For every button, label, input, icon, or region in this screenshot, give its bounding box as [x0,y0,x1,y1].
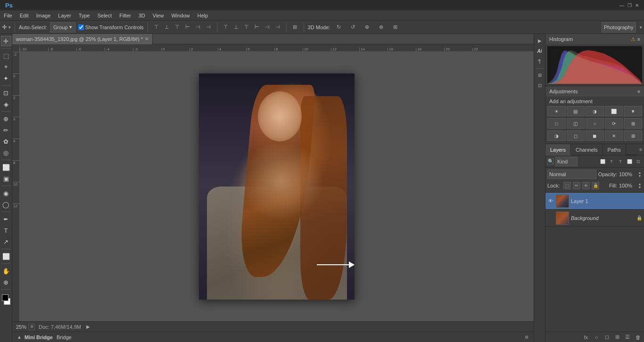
strip-grid2-icon[interactable]: ⊡ [535,81,545,90]
align-hcenter-icon[interactable]: ⊣ [193,23,203,32]
3d-slide-icon[interactable]: ⊗ [375,23,387,32]
adjustments-menu-icon[interactable]: ≡ [637,89,640,94]
align-top-icon[interactable]: ⊤ [152,23,161,32]
3d-roll-icon[interactable]: ↺ [347,23,358,32]
adj-curves-btn[interactable]: ◑ [586,106,604,116]
align-bottom-icon[interactable]: ⊤ [173,23,182,32]
text-tool[interactable]: T [1,225,11,236]
menu-type[interactable]: Type [75,10,94,21]
canvas-scroll-area[interactable]: -10 -8 -6 -4 -2 0 2 4 6 8 10 12 14 16 [12,44,534,321]
rect-select-tool[interactable]: ⬚ [1,50,11,61]
adj-hsl-btn[interactable]: □ [547,118,566,129]
hand-tool[interactable]: ✋ [1,266,11,276]
filter-type-icon[interactable]: T [617,158,624,165]
minimize-button[interactable]: — [619,2,625,8]
clone-tool[interactable]: ✿ [1,136,11,147]
adj-invert-btn[interactable]: ◻ [567,130,585,141]
foreground-color[interactable] [2,294,8,301]
strip-ai-btn[interactable]: Ai [535,46,545,56]
menu-select[interactable]: Select [94,10,116,21]
blend-mode-select[interactable]: Normal [547,170,596,179]
gradient-tool[interactable]: ▣ [1,173,11,184]
history-brush-tool[interactable]: ◎ [1,147,11,158]
eyedropper-tool[interactable]: ◈ [1,99,11,109]
brush-tool[interactable]: ✏ [1,125,11,135]
3d-rotate-icon[interactable]: ↻ [333,23,344,32]
dist-bottom-icon[interactable]: ⊤ [242,23,251,32]
filter-shape-icon[interactable]: ⬜ [626,158,633,165]
canvas-content[interactable] [20,52,534,321]
path-select-tool[interactable]: ↗ [1,236,11,247]
menu-help[interactable]: Help [194,10,212,21]
layer-item-background[interactable]: 👁 Background 🔒 [545,210,644,227]
adj-bw-btn[interactable]: ○ [586,118,604,129]
lasso-tool[interactable]: ⌖ [1,62,11,72]
menu-layer[interactable]: Layer [54,10,75,21]
magic-wand-tool[interactable]: ✦ [1,73,11,83]
align-vcenter-icon[interactable]: ⊥ [162,23,172,32]
dist-right-icon[interactable]: ⊣ [273,23,282,32]
adj-brightness-btn[interactable]: ☀ [547,106,566,116]
3d-scale-icon[interactable]: ⊞ [389,23,401,32]
adj-posterize-btn[interactable]: ◼ [586,130,604,141]
align-right-icon[interactable]: ⊣ [204,23,213,32]
zoom-adjust-btn[interactable]: ⚙ [28,324,35,330]
layers-kind-select[interactable]: Kind [555,157,578,166]
menu-file[interactable]: File [0,10,16,21]
menu-image[interactable]: Image [33,10,55,21]
align-left-icon[interactable]: ⊢ [183,23,192,32]
move-tool[interactable]: ✛ [1,36,11,46]
group-select-btn[interactable]: Group ▾ [50,22,75,33]
workspace-select[interactable]: Photography [602,22,636,33]
tab-paths[interactable]: Paths [603,144,626,155]
new-group-btn[interactable]: ⊞ [613,333,621,342]
3d-pan-icon[interactable]: ⊕ [361,23,372,32]
restore-button[interactable]: ❐ [626,2,633,8]
layer-eye-background[interactable]: 👁 [547,215,554,221]
layers-search-icon[interactable]: 🔍 [547,158,554,165]
new-fill-btn[interactable]: ◻ [603,333,611,342]
adj-exposure-btn[interactable]: ⬜ [605,106,623,116]
dist-vcenter-icon[interactable]: ⊥ [231,23,241,32]
strip-grid-icon[interactable]: ⊞ [535,70,545,80]
fill-arrows[interactable]: ▲ ▼ [637,182,642,189]
adj-colorbal-btn[interactable]: ◫ [567,118,585,129]
add-fx-btn[interactable]: fx [582,333,590,342]
document-tab[interactable]: woman-3584435_1920.jpg @ 25% (Layer 1, R… [12,34,153,44]
zoom-tool[interactable]: ⊕ [1,277,11,287]
histogram-panel-header[interactable]: Histogram ⚠ ≡ [545,34,644,44]
close-button[interactable]: ✕ [634,2,640,8]
menu-filter[interactable]: Filter [116,10,134,21]
dist-top-icon[interactable]: ⊤ [221,23,231,32]
mini-bridge-settings-icon[interactable]: ⚙ [523,334,530,341]
blur-tool[interactable]: ◉ [1,188,11,198]
tab-channels[interactable]: Channels [571,144,603,155]
opacity-arrows[interactable]: ▲ ▼ [637,171,642,178]
tab-layers[interactable]: Layers [545,144,571,155]
mini-bridge-expand-btn[interactable]: ▲ [16,334,23,341]
lock-transparency-icon[interactable]: ⬚ [563,182,571,189]
eraser-tool[interactable]: ⬜ [1,162,11,172]
crop-tool[interactable]: ⊡ [1,88,11,98]
menu-view[interactable]: View [149,10,168,21]
histogram-menu-icon[interactable]: ≡ [637,37,640,42]
lock-image-icon[interactable]: ✏ [573,182,580,189]
filter-adjust-icon[interactable]: T [608,158,615,165]
adj-levels-btn[interactable]: ▤ [567,106,585,116]
dist-left-icon[interactable]: ⊢ [252,23,262,32]
transform-check-input[interactable] [78,24,84,30]
more-options-icon[interactable]: ⊞ [290,23,300,32]
layers-panel-menu[interactable]: ≡ [637,144,644,155]
adj-vibrance-btn[interactable]: ▼ [624,106,642,116]
new-layer-btn[interactable]: ☰ [623,333,632,342]
dist-hcenter-icon[interactable]: ⊣ [263,23,272,32]
status-arrow-btn[interactable]: ▶ [85,324,91,330]
filter-pixel-icon[interactable]: ⬜ [599,158,606,165]
layer-eye-layer1[interactable]: 👁 [547,198,554,204]
document-tab-close[interactable]: ✕ [145,36,149,41]
filter-smart-icon[interactable]: ⊡ [635,158,642,165]
adj-photofilt-btn[interactable]: ⟳ [605,118,623,129]
adj-mixer-btn[interactable]: ⊞ [624,118,642,129]
lock-all-icon[interactable]: 🔒 [592,182,599,189]
delete-layer-btn[interactable]: 🗑 [634,333,642,342]
